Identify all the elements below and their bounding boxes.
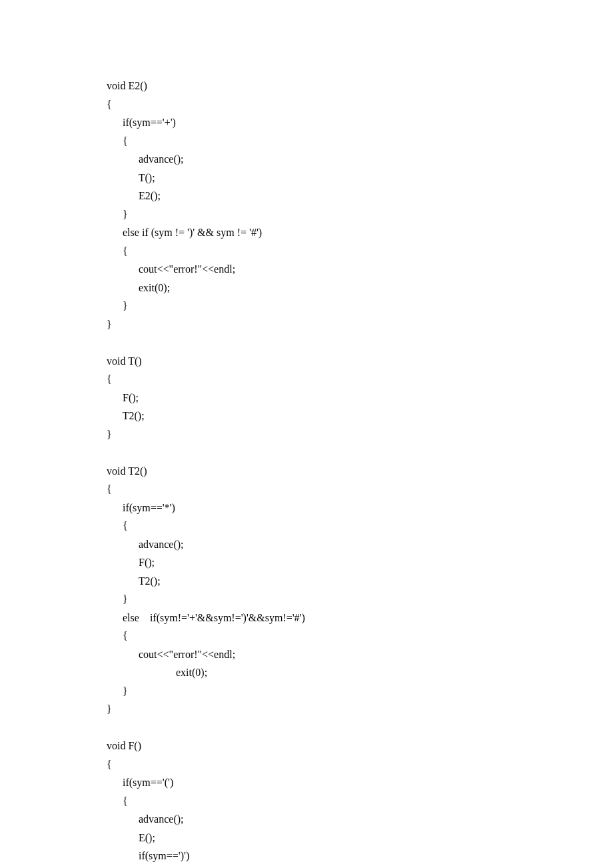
- code-block: void E2() { if(sym=='+') { advance(); T(…: [107, 77, 506, 868]
- document-page: void E2() { if(sym=='+') { advance(); T(…: [0, 0, 613, 868]
